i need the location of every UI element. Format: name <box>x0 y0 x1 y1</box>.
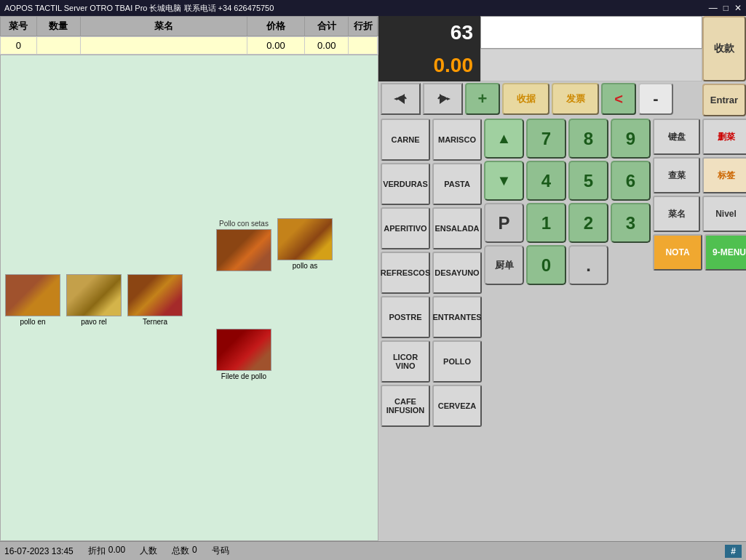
category-column: CARNE MARISCO VERDURAS PASTA APERITIVO E… <box>381 119 482 427</box>
display-input-area[interactable] <box>480 16 702 49</box>
cat-refrescos[interactable]: REFRESCOS <box>381 252 430 294</box>
del-dish-button[interactable]: 删菜 <box>702 119 746 155</box>
food-item-pollo-setas[interactable]: Pollo con setas <box>215 218 273 271</box>
order-price: 0.00 <box>247 37 306 54</box>
datetime: 16-07-2023 13:45 <box>4 546 74 556</box>
food-item-ternera[interactable]: Ternera <box>126 274 184 326</box>
close-button[interactable]: ✕ <box>734 3 742 13</box>
table-header: 菜号 数量 菜名 价格 合计 行折 <box>0 16 378 36</box>
num-9[interactable]: 9 <box>611 119 651 159</box>
dot-button[interactable]: . <box>568 245 608 285</box>
window-title: AOPOS TACTIL Server OTRO TBAI Pro 长城电脑 联… <box>4 3 274 14</box>
cat-row-7: CAFE INFUSION CERVEZA <box>381 385 482 427</box>
dish-name-button[interactable]: 菜名 <box>653 196 700 232</box>
num-1[interactable]: 1 <box>526 203 566 243</box>
hash-indicator: # <box>725 545 742 558</box>
order-disc <box>349 37 378 54</box>
col-header-disc: 行折 <box>349 17 378 36</box>
cat-cerveza[interactable]: CERVEZA <box>432 385 482 427</box>
keyboard-button[interactable]: 键盘 <box>653 119 700 155</box>
col-header-total: 合计 <box>305 17 349 36</box>
minimize-button[interactable]: — <box>709 3 718 13</box>
display-text-input[interactable] <box>481 17 702 48</box>
main-container: 菜号 数量 菜名 价格 合计 行折 0 0.00 0.00 <box>0 16 746 560</box>
cat-pasta[interactable]: PASTA <box>432 163 482 205</box>
cat-aperitivo[interactable]: APERITIVO <box>381 207 430 249</box>
P-button[interactable]: P <box>484 203 524 243</box>
cobrar-button[interactable]: 收款 <box>702 16 746 81</box>
num-2[interactable]: 2 <box>568 203 608 243</box>
action-row: + 收据 发票 < - <box>378 81 702 116</box>
nine-menu-button[interactable]: 9-MENU <box>705 234 746 271</box>
cat-pollo[interactable]: POLLO <box>432 340 482 383</box>
food-img-pollo-as <box>277 218 333 260</box>
num-5[interactable]: 5 <box>568 161 608 201</box>
num-6[interactable]: 6 <box>611 161 651 201</box>
receipt-button[interactable]: 收据 <box>502 83 549 115</box>
display-row1: 63 <box>378 16 702 49</box>
window-controls[interactable]: — □ ✕ <box>709 3 742 13</box>
maximize-button[interactable]: □ <box>723 3 729 13</box>
numpad-column: ▲ 7 8 9 ▼ 4 5 6 P 1 <box>484 119 651 427</box>
display-number: 63 <box>378 16 480 49</box>
food-img-pollo-setas <box>216 229 271 271</box>
cat-carne[interactable]: CARNE <box>381 119 430 161</box>
cat-entrantes[interactable]: ENTRANTES <box>432 296 482 338</box>
right-func-col: 键盘 删菜 数量 价格 行折 查菜 标签 人数 分桌 换桌 <box>653 119 746 427</box>
food-item-pavo[interactable]: pavo rel <box>65 274 123 326</box>
chef-button[interactable]: 厨单 <box>484 245 524 285</box>
food-item-pollo-en[interactable]: pollo en <box>4 274 62 326</box>
display-and-pay: 63 0.00 <box>378 16 746 116</box>
num-3[interactable]: 3 <box>611 203 651 243</box>
cat-marisco[interactable]: MARISCO <box>432 119 482 161</box>
disc-value: 0.00 <box>108 545 125 557</box>
food-item-pollo-as[interactable]: pollo as <box>276 218 334 271</box>
arrow-back-button[interactable] <box>381 83 421 115</box>
food-label-pollo-en: pollo en <box>20 318 45 326</box>
up-arrow-button[interactable]: ▲ <box>484 119 524 159</box>
cat-licor[interactable]: LICOR VINO <box>381 340 430 383</box>
down-arrow-button[interactable]: ▼ <box>484 161 524 201</box>
content-area: 菜号 数量 菜名 价格 合计 行折 0 0.00 0.00 <box>0 16 746 541</box>
total-value: 0 <box>192 545 197 557</box>
total-label: 总数 <box>172 545 189 557</box>
order-total: 0.00 <box>305 37 349 54</box>
order-qty <box>37 37 81 54</box>
num-0[interactable]: 0 <box>526 245 566 285</box>
total-status: 总数 0 <box>172 545 197 557</box>
order-list-area: Pollo con setas pollo as pollo en pavo r… <box>0 55 378 541</box>
col-header-name: 菜名 <box>81 17 247 36</box>
food-item-filete[interactable]: Filete de pollo <box>215 329 273 380</box>
invoice-button[interactable]: 发票 <box>552 83 599 115</box>
col-header-price: 价格 <box>247 17 306 36</box>
display-col: 63 0.00 <box>378 16 702 116</box>
cat-verduras[interactable]: VERDURAS <box>381 163 430 205</box>
cat-cafe[interactable]: CAFE INFUSION <box>381 385 430 427</box>
left-panel: 菜号 数量 菜名 价格 合计 行折 0 0.00 0.00 <box>0 16 378 541</box>
minus-button[interactable]: - <box>638 83 673 115</box>
food-label-top-pollo-setas: Pollo con setas <box>216 218 271 229</box>
title-bar: AOPOS TACTIL Server OTRO TBAI Pro 长城电脑 联… <box>0 0 746 16</box>
order-id: 0 <box>1 37 37 54</box>
plus-button[interactable]: + <box>465 83 500 115</box>
query-button[interactable]: 查菜 <box>653 157 700 193</box>
tag-button[interactable]: 标签 <box>702 157 746 193</box>
cat-postre[interactable]: POSTRE <box>381 296 430 338</box>
people-label: 人数 <box>140 545 157 557</box>
num-8[interactable]: 8 <box>568 119 608 159</box>
nivel-button[interactable]: Nivel <box>702 196 746 232</box>
num-7[interactable]: 7 <box>526 119 566 159</box>
arrow-forward-button[interactable] <box>423 83 463 115</box>
order-row[interactable]: 0 0.00 0.00 <box>0 36 378 55</box>
cat-desayuno[interactable]: DESAYUNO <box>432 252 482 294</box>
nota-button[interactable]: NOTA <box>653 234 702 271</box>
cat-ensalada[interactable]: ENSALADA <box>432 207 482 249</box>
num-4[interactable]: 4 <box>526 161 566 201</box>
food-label-pollo-as: pollo as <box>293 262 317 270</box>
cat-row-6: LICOR VINO POLLO <box>381 340 482 383</box>
back-button[interactable]: < <box>601 83 636 115</box>
food-label-filete: Filete de pollo <box>221 372 266 380</box>
food-img-filete <box>216 329 271 371</box>
num-cat-area: CARNE MARISCO VERDURAS PASTA APERITIVO E… <box>378 116 746 429</box>
entrar-button[interactable]: Entrar <box>702 84 746 116</box>
